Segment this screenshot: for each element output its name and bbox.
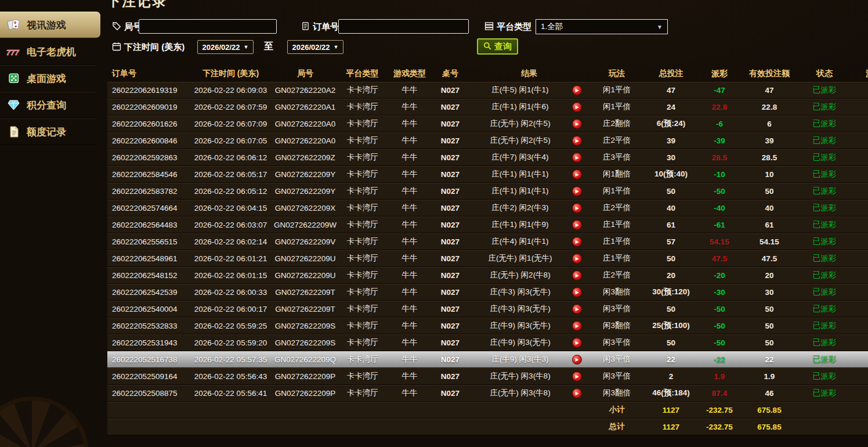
cell-status: 已派彩 — [798, 186, 851, 196]
sidebar-item-slot-machines[interactable]: 777电子老虎机 — [0, 38, 97, 65]
cell-payout: -61 — [699, 221, 740, 229]
sidebar-item-points-query[interactable]: 积分查询 — [0, 92, 97, 118]
cell-bet-time: 2026-02-22 05:57:35 — [189, 355, 273, 364]
cell-valid-bet: 47.5 — [740, 254, 798, 263]
cell-play-type: 闲3平倍 — [590, 304, 643, 314]
table-row[interactable]: 2602220625481522026-02-22 06:01:15GN0272… — [107, 267, 868, 284]
chevron-down-icon: ▼ — [334, 44, 339, 50]
cell-game-type: 牛牛 — [387, 85, 432, 95]
play-video-icon[interactable]: ▶ — [572, 355, 582, 365]
order-number-input[interactable] — [338, 19, 469, 34]
table-row[interactable]: 2602220625928632026-02-22 06:06:12GN0272… — [107, 149, 868, 166]
cell-payout: -20 — [699, 271, 740, 280]
table-row[interactable]: 2602220525088752026-02-22 05:56:41GN0272… — [107, 385, 868, 402]
cell-valid-bet: 50 — [740, 305, 798, 313]
cell-status: 已派彩 — [798, 270, 851, 280]
play-video-icon[interactable]: ▶ — [572, 170, 582, 179]
cell-platform-type: 卡卡湾厅 — [338, 287, 387, 297]
cell-valid-bet: 50 — [740, 338, 798, 347]
table-row[interactable]: 2602220625837822026-02-22 06:05:12GN0272… — [107, 183, 868, 200]
play-video-icon[interactable]: ▶ — [572, 254, 582, 264]
table-row[interactable]: 2602220625425392026-02-22 06:00:33GN0272… — [107, 284, 868, 301]
play-video-icon[interactable]: ▶ — [572, 388, 582, 398]
cell-game-type: 牛牛 — [387, 186, 432, 196]
cell-status: 已派彩 — [798, 118, 851, 129]
table-row[interactable]: 2602220525091642026-02-22 05:56:43GN0272… — [107, 368, 868, 385]
play-video-icon[interactable]: ▶ — [572, 338, 582, 348]
cell-game-type: 牛牛 — [387, 169, 432, 179]
play-video-icon[interactable]: ▶ — [572, 220, 582, 230]
cell-order-number: 260222062548152 — [107, 271, 189, 280]
cell-order-number: 260222052516738 — [107, 355, 189, 364]
table-row[interactable]: 2602220625746642026-02-22 06:04:15GN0272… — [107, 200, 868, 217]
cell-result: 庄(牛9) 闲3(牛3)▶ — [468, 354, 590, 365]
cell-round-number: GN0272622209W — [273, 221, 338, 229]
cell-result: 庄(牛9) 闲3(无牛)▶ — [468, 320, 590, 331]
table-row[interactable]: 2602220625845462026-02-22 06:05:17GN0272… — [107, 166, 868, 183]
table-row[interactable]: 2602220626090192026-02-22 06:07:59GN0272… — [107, 99, 868, 116]
cell-round-number: GN0272622209Y — [273, 170, 338, 179]
date-to-select[interactable]: 2026/02/22 ▼ — [287, 40, 343, 54]
play-video-icon[interactable]: ▶ — [572, 321, 582, 331]
round-number-label: 局号 — [112, 19, 142, 34]
cell-play-type: 庄3平倍 — [590, 152, 643, 163]
cell-status: 已派彩 — [798, 135, 851, 146]
platform-type-select[interactable]: 1.全部 ▼ — [536, 19, 668, 34]
table-row[interactable]: 2602220625644832026-02-22 06:03:07GN0272… — [107, 217, 868, 233]
table-row[interactable]: 2602220625400042026-02-22 06:00:17GN0272… — [107, 301, 868, 318]
sidebar-item-video-games[interactable]: 9♦视讯游戏 — [0, 12, 100, 38]
table-row[interactable]: 2602220626008462026-02-22 06:07:05GN0272… — [107, 132, 868, 149]
play-video-icon[interactable]: ▶ — [572, 287, 582, 297]
date-from-select[interactable]: 2026/02/22 ▼ — [197, 40, 254, 54]
table-row[interactable]: 2602220626016262026-02-22 06:07:09GN0272… — [107, 116, 868, 132]
table-row[interactable]: 2602220525167382026-02-22 05:57:35GN0272… — [107, 351, 868, 368]
order-number-label: 订单号 — [301, 19, 339, 34]
table-row[interactable]: 2602220626193192026-02-22 06:09:03GN0272… — [107, 82, 868, 99]
sidebar-item-table-games[interactable]: 桌面游戏 — [0, 65, 97, 92]
play-video-icon[interactable]: ▶ — [572, 203, 582, 213]
table-row[interactable]: 2602220625565152026-02-22 06:02:14GN0272… — [107, 233, 868, 250]
play-video-icon[interactable]: ▶ — [572, 85, 582, 95]
round-number-input[interactable] — [139, 19, 277, 34]
table-row[interactable]: 2602220525319432026-02-22 05:59:20GN0272… — [107, 334, 868, 351]
cell-table-number: N027 — [432, 372, 468, 381]
result-text: 庄(牛9) 闲3(无牛) — [468, 337, 572, 348]
cell-table-number: N027 — [432, 170, 468, 179]
cell-round-number: GN0272622209P — [273, 372, 338, 381]
table-row[interactable]: 2602220625489612026-02-22 06:01:21GN0272… — [107, 250, 868, 267]
cell-platform-type: 卡卡湾厅 — [338, 186, 387, 196]
play-video-icon[interactable]: ▶ — [572, 304, 582, 314]
cell-game-type: 牛牛 — [387, 337, 432, 348]
cell-result: 庄(牛4) 闲1(牛1)▶ — [468, 236, 590, 247]
sidebar-item-quota-records[interactable]: 额度记录 — [0, 118, 97, 145]
result-text: 庄(牛5) 闲1(牛1) — [468, 85, 572, 95]
cell-result: 庄(无牛) 闲2(牛5)▶ — [468, 118, 590, 129]
cell-total-bet: 20 — [643, 271, 699, 280]
cell-result: 庄(牛9) 闲3(无牛)▶ — [468, 337, 590, 348]
cell-result: 庄(牛7) 闲3(牛4)▶ — [468, 152, 590, 163]
play-video-icon[interactable]: ▶ — [572, 153, 582, 163]
cell-bet-time: 2026-02-22 06:09:03 — [189, 86, 273, 95]
result-text: 庄(无牛) 闲1(无牛) — [468, 253, 572, 264]
query-button[interactable]: 查询 — [477, 38, 518, 55]
cell-table-number: N027 — [432, 103, 468, 111]
cell-total-bet: 2 — [643, 372, 699, 381]
play-video-icon[interactable]: ▶ — [572, 372, 582, 381]
result-text: 庄(无牛) 闲2(牛5) — [468, 135, 572, 146]
cell-order-number: 260222062548961 — [107, 254, 189, 263]
date-to-label: 至 — [264, 41, 273, 53]
play-video-icon[interactable]: ▶ — [572, 271, 582, 280]
play-video-icon[interactable]: ▶ — [572, 136, 582, 146]
cell-game-type: 牛牛 — [387, 118, 432, 129]
play-video-icon[interactable]: ▶ — [572, 119, 582, 129]
cell-round-number: GN0272622209U — [273, 254, 338, 263]
play-video-icon[interactable]: ▶ — [572, 186, 582, 196]
table-row[interactable]: 2602220525328332026-02-22 05:59:25GN0272… — [107, 318, 868, 334]
play-video-icon[interactable]: ▶ — [572, 102, 582, 112]
column-header: 游戏类型 — [387, 69, 432, 79]
play-video-icon[interactable]: ▶ — [572, 237, 582, 247]
cell-platform-type: 卡卡湾厅 — [338, 270, 387, 280]
cell-game-type: 牛牛 — [387, 203, 432, 213]
cell-platform-type: 卡卡湾厅 — [338, 152, 387, 163]
cell-order-number: 260222062601626 — [107, 120, 189, 128]
